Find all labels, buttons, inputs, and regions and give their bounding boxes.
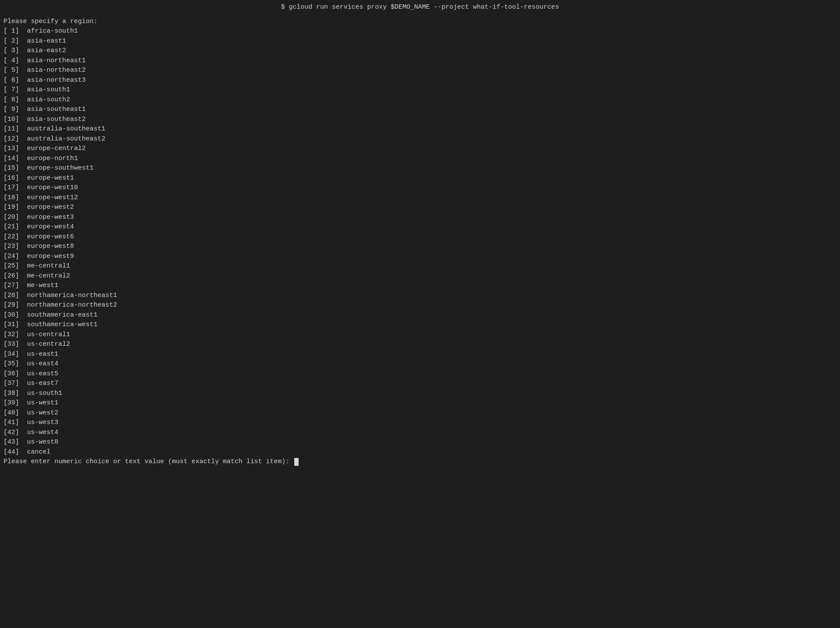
list-item: [21] europe-west4	[3, 222, 837, 232]
regions-list: [ 1] africa-south1[ 2] asia-east1[ 3] as…	[3, 27, 837, 457]
list-item: [39] us-west1	[3, 398, 837, 408]
terminal: $ gcloud run services proxy $DEMO_NAME -…	[0, 2, 840, 628]
list-item: [ 5] asia-northeast2	[3, 66, 837, 76]
list-item: [14] europe-north1	[3, 154, 837, 164]
list-item: [13] europe-central2	[3, 144, 837, 154]
list-item: [41] us-west3	[3, 418, 837, 428]
list-item: [28] northamerica-northeast1	[3, 291, 837, 301]
list-item: [25] me-central1	[3, 261, 837, 271]
list-item: [37] us-east7	[3, 379, 837, 389]
list-item: [ 6] asia-northeast3	[3, 76, 837, 86]
list-item: [29] northamerica-northeast2	[3, 301, 837, 311]
list-item: [19] europe-west2	[3, 203, 837, 213]
list-item: [43] us-west8	[3, 438, 837, 448]
region-prompt: Please specify a region:	[3, 17, 837, 27]
list-item: [34] us-east1	[3, 350, 837, 360]
cursor	[294, 458, 299, 466]
list-item: [32] us-central1	[3, 330, 837, 340]
list-item: [27] me-west1	[3, 281, 837, 291]
list-item: [40] us-west2	[3, 408, 837, 418]
list-item: [24] europe-west9	[3, 252, 837, 262]
list-item: [ 2] asia-east1	[3, 37, 837, 47]
list-item: [30] southamerica-east1	[3, 311, 837, 321]
list-item: [22] europe-west6	[3, 232, 837, 242]
list-item: [31] southamerica-west1	[3, 320, 837, 330]
list-item: [16] europe-west1	[3, 174, 837, 184]
list-item: [15] europe-southwest1	[3, 164, 837, 174]
title-command: $ gcloud run services proxy $DEMO_NAME -…	[281, 3, 559, 11]
terminal-content: Please specify a region: [ 1] africa-sou…	[0, 15, 840, 469]
list-item: [18] europe-west12	[3, 193, 837, 203]
list-item: [20] europe-west3	[3, 213, 837, 223]
list-item: [10] asia-southeast2	[3, 115, 837, 125]
list-item: [12] australia-southeast2	[3, 134, 837, 144]
input-line[interactable]: Please enter numeric choice or text valu…	[3, 457, 837, 467]
list-item: [23] europe-west8	[3, 242, 837, 252]
list-item: [33] us-central2	[3, 340, 837, 350]
list-item: [ 4] asia-northeast1	[3, 56, 837, 66]
list-item: [42] us-west4	[3, 428, 837, 438]
list-item: [ 3] asia-east2	[3, 46, 837, 56]
title-bar: $ gcloud run services proxy $DEMO_NAME -…	[0, 2, 840, 15]
list-item: [38] us-south1	[3, 389, 837, 399]
list-item: [ 9] asia-southeast1	[3, 105, 837, 115]
list-item: [44] cancel	[3, 448, 837, 458]
list-item: [26] me-central2	[3, 271, 837, 281]
list-item: [36] us-east5	[3, 369, 837, 379]
list-item: [ 7] asia-south1	[3, 85, 837, 95]
list-item: [ 8] asia-south2	[3, 95, 837, 105]
list-item: [35] us-east4	[3, 359, 837, 369]
list-item: [ 1] africa-south1	[3, 27, 837, 37]
list-item: [17] europe-west10	[3, 183, 837, 193]
list-item: [11] australia-southeast1	[3, 124, 837, 134]
input-prompt: Please enter numeric choice or text valu…	[3, 457, 293, 467]
